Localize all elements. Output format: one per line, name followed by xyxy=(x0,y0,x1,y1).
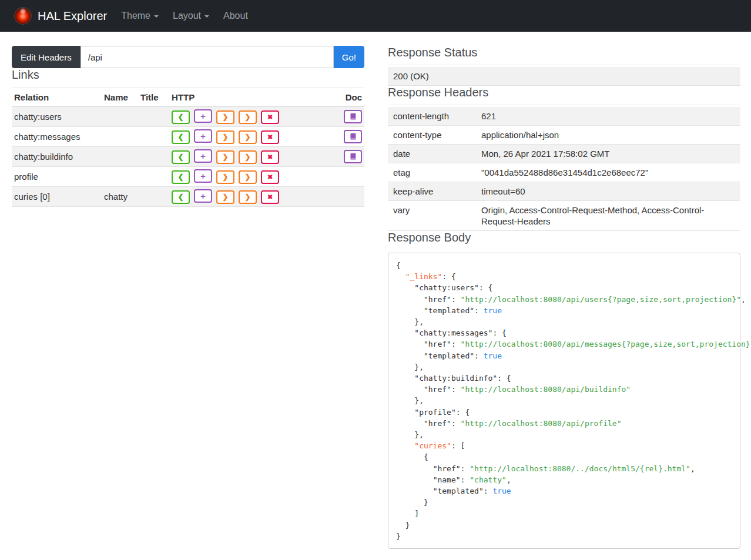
response-header-row: dateMon, 26 Apr 2021 17:58:02 GMT xyxy=(388,145,740,163)
col-title: Title xyxy=(138,88,169,107)
name-cell xyxy=(102,167,138,187)
code-line: "chatty:buildinfo": { xyxy=(396,373,732,384)
edit-headers-button[interactable]: Edit Headers xyxy=(12,46,81,68)
link-row: chatty:users❮+❯❯✖ xyxy=(12,107,364,127)
doc-button[interactable] xyxy=(344,150,362,163)
header-value-cell: timeout=60 xyxy=(476,182,740,201)
nav-brand[interactable]: HAL Explorer xyxy=(14,7,107,25)
name-cell xyxy=(102,147,138,167)
navbar: HAL Explorer Theme Layout About xyxy=(0,0,751,32)
link-row: curies [0]chatty❮+❯❯✖ xyxy=(12,187,364,207)
doc-cell xyxy=(340,147,364,167)
http-delete-button[interactable]: ✖ xyxy=(261,150,279,164)
col-http: HTTP xyxy=(169,88,340,107)
code-line: "_links": { xyxy=(396,271,732,282)
http-put-button[interactable]: ❯ xyxy=(216,150,234,164)
code-line: "templated": true xyxy=(396,485,732,497)
doc-cell xyxy=(340,127,364,147)
caret-down-icon xyxy=(204,15,209,18)
http-put-button[interactable]: ❯ xyxy=(216,190,234,204)
http-post-button[interactable]: + xyxy=(194,169,212,183)
code-line: { xyxy=(396,260,732,271)
header-name-cell: content-length xyxy=(388,107,476,126)
http-delete-button[interactable]: ✖ xyxy=(261,130,279,144)
http-buttons-cell: ❮+❯❯✖ xyxy=(169,167,340,187)
brand-title: HAL Explorer xyxy=(38,9,107,23)
request-bar: Edit Headers Go! xyxy=(12,46,364,68)
doc-button[interactable] xyxy=(344,130,362,143)
response-header-row: content-typeapplication/hal+json xyxy=(388,126,740,145)
http-buttons-cell: ❮+❯❯✖ xyxy=(169,107,340,127)
code-line: "name": "chatty", xyxy=(396,474,732,485)
http-patch-button[interactable]: ❯ xyxy=(239,110,257,124)
code-line: } xyxy=(396,531,732,542)
http-post-button[interactable]: + xyxy=(194,189,212,203)
http-patch-button[interactable]: ❯ xyxy=(239,150,257,164)
code-line: "templated": true xyxy=(396,305,732,316)
http-patch-button[interactable]: ❯ xyxy=(239,130,257,144)
http-buttons-cell: ❮+❯❯✖ xyxy=(169,147,340,167)
http-get-button[interactable]: ❮ xyxy=(172,190,190,204)
http-post-button[interactable]: + xyxy=(194,149,212,163)
header-name-cell: keep-alive xyxy=(388,182,476,201)
header-name-cell: content-type xyxy=(388,126,476,145)
http-get-button[interactable]: ❮ xyxy=(172,170,190,184)
go-button[interactable]: Go! xyxy=(334,46,364,68)
http-delete-button[interactable]: ✖ xyxy=(261,190,279,204)
http-put-button[interactable]: ❯ xyxy=(216,110,234,124)
relation-cell: profile xyxy=(12,167,102,187)
explorer-panel: Edit Headers Go! Links Relation Name Tit… xyxy=(12,46,364,549)
caret-down-icon xyxy=(154,15,159,18)
relation-cell: curies [0] xyxy=(12,187,102,207)
link-row: profile❮+❯❯✖ xyxy=(12,167,364,187)
link-row: chatty:buildinfo❮+❯❯✖ xyxy=(12,147,364,167)
nav-links: Theme Layout About xyxy=(114,5,255,27)
response-body-code: { "_links": { "chatty:users": { "href": … xyxy=(388,253,740,549)
http-get-button[interactable]: ❮ xyxy=(172,110,190,124)
relation-cell: chatty:users xyxy=(12,107,102,127)
response-header-row: content-length621 xyxy=(388,107,740,126)
code-line: "href": "http://localhost:8080/api/users… xyxy=(396,294,732,305)
code-line: "chatty:messages": { xyxy=(396,327,732,338)
response-body-heading: Response Body xyxy=(388,231,740,250)
http-delete-button[interactable]: ✖ xyxy=(261,170,279,184)
http-buttons-cell: ❮+❯❯✖ xyxy=(169,187,340,207)
code-line: { xyxy=(396,451,732,462)
code-line: "href": "http://localhost:8080/api/messa… xyxy=(396,338,732,350)
http-get-button[interactable]: ❮ xyxy=(172,130,190,144)
title-cell xyxy=(138,107,169,127)
response-panel: Response Status 200 (OK) Response Header… xyxy=(388,46,740,549)
nav-item-layout[interactable]: Layout xyxy=(166,5,216,27)
response-header-row: keep-alivetimeout=60 xyxy=(388,182,740,201)
http-patch-button[interactable]: ❯ xyxy=(239,190,257,204)
http-put-button[interactable]: ❯ xyxy=(216,170,234,184)
http-delete-button[interactable]: ✖ xyxy=(261,110,279,124)
http-post-button[interactable]: + xyxy=(194,109,212,123)
relation-cell: chatty:messages xyxy=(12,127,102,147)
nav-item-theme[interactable]: Theme xyxy=(114,5,166,27)
header-value-cell: "0041da552488d86e31454d1c2e68eec72" xyxy=(476,163,740,182)
response-headers-table: content-length621content-typeapplication… xyxy=(388,107,740,231)
code-line: }, xyxy=(396,429,732,440)
title-cell xyxy=(138,187,169,207)
response-status-heading: Response Status xyxy=(388,46,740,65)
http-get-button[interactable]: ❮ xyxy=(172,150,190,164)
title-cell xyxy=(138,167,169,187)
code-line: } xyxy=(396,519,732,531)
doc-cell xyxy=(340,167,364,187)
http-patch-button[interactable]: ❯ xyxy=(239,170,257,184)
http-put-button[interactable]: ❯ xyxy=(216,130,234,144)
header-name-cell: etag xyxy=(388,163,476,182)
response-headers-heading: Response Headers xyxy=(388,86,740,105)
code-line: }, xyxy=(396,316,732,327)
code-line: "templated": true xyxy=(396,350,732,361)
uri-input[interactable] xyxy=(81,46,334,68)
code-line: "curies": [ xyxy=(396,440,732,451)
title-cell xyxy=(138,147,169,167)
links-heading: Links xyxy=(12,68,364,88)
header-value-cell: application/hal+json xyxy=(476,126,740,145)
code-line: ] xyxy=(396,508,732,519)
nav-item-about[interactable]: About xyxy=(216,5,255,27)
doc-button[interactable] xyxy=(344,110,362,123)
http-post-button[interactable]: + xyxy=(194,129,212,143)
